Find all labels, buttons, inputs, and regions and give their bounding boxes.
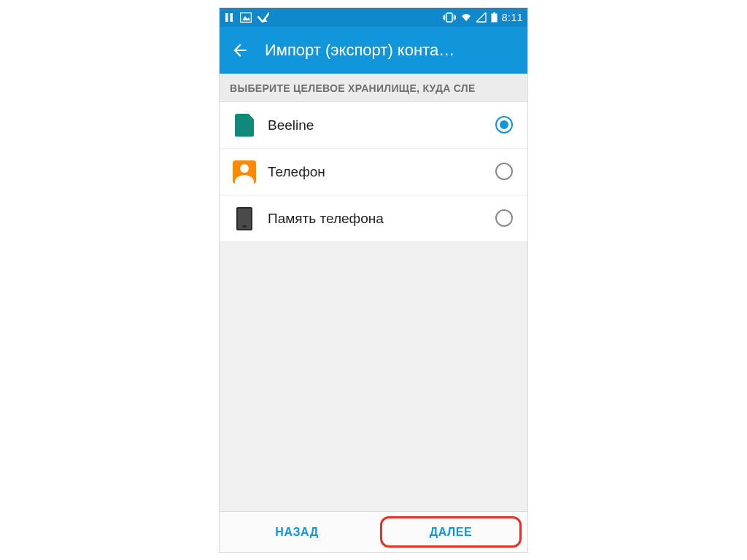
option-label: Beeline xyxy=(268,117,314,133)
radio-unselected-icon xyxy=(495,209,513,227)
storage-option-phone-memory[interactable]: Память телефона xyxy=(220,195,527,242)
radio-unselected-icon xyxy=(495,163,513,180)
option-label: Телефон xyxy=(268,164,325,180)
svg-rect-1 xyxy=(231,13,233,22)
back-arrow-icon[interactable] xyxy=(230,40,250,61)
svg-rect-0 xyxy=(225,13,228,22)
svg-rect-5 xyxy=(446,13,452,22)
storage-options-list: Beeline Телефон Память телефона xyxy=(220,102,527,242)
svg-marker-3 xyxy=(242,16,250,20)
battery-icon xyxy=(491,12,498,23)
contact-icon xyxy=(233,160,256,184)
phone-storage-icon xyxy=(236,207,252,230)
back-button[interactable]: НАЗАД xyxy=(220,512,374,552)
svg-marker-10 xyxy=(476,12,486,22)
status-bar: 8:11 xyxy=(220,8,527,27)
phone-screen: 8:11 Импорт (экспорт) конта… ВЫБЕРИТЕ ЦЕ… xyxy=(219,7,528,553)
screen-title: Импорт (экспорт) конта… xyxy=(265,41,454,60)
wifi-icon xyxy=(460,12,472,23)
vibrate-icon xyxy=(443,12,456,23)
svg-rect-12 xyxy=(493,12,495,14)
status-clock: 8:11 xyxy=(502,12,523,23)
app-bar: Импорт (экспорт) конта… xyxy=(220,27,527,74)
storage-option-phone[interactable]: Телефон xyxy=(220,149,527,195)
sim-card-icon xyxy=(235,114,254,137)
image-icon xyxy=(240,12,252,23)
next-button[interactable]: ДАЛЕЕ xyxy=(380,516,522,548)
section-subheader: ВЫБЕРИТЕ ЦЕЛЕВОЕ ХРАНИЛИЩЕ, КУДА СЛЕ xyxy=(220,74,527,102)
signal-icon xyxy=(476,12,487,23)
svg-rect-11 xyxy=(491,14,497,23)
bottom-action-bar: НАЗАД ДАЛЕЕ xyxy=(220,511,527,552)
storage-option-beeline[interactable]: Beeline xyxy=(220,102,527,149)
check-icon xyxy=(258,12,269,23)
radio-selected-icon xyxy=(495,116,513,133)
pause-icon xyxy=(224,12,234,23)
option-label: Память телефона xyxy=(268,211,384,227)
